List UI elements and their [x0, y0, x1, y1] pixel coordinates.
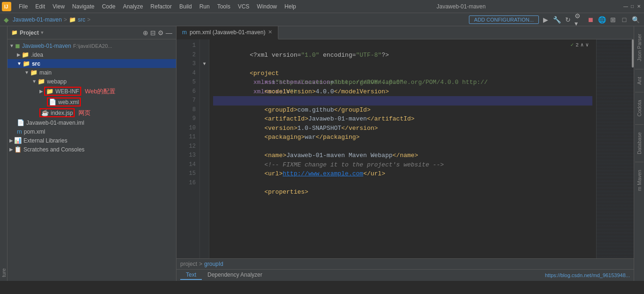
- tree-item-root[interactable]: ▼ ◼ Javaweb-01-maven F:\java\IDEA20...: [8, 41, 176, 50]
- menu-vcs[interactable]: VCS: [234, 2, 253, 11]
- ln-13: 13: [178, 151, 196, 160]
- tree-label-webapp: webapp: [47, 78, 67, 85]
- webinf-annotation-box: 📁 WEB-INF: [44, 87, 81, 96]
- code-content[interactable]: ✓ 2 ∧ ∨ <?xml version="1.0" encoding="UT…: [209, 39, 596, 258]
- tree-item-scratches[interactable]: ▶ 📋 Scratches and Consoles: [8, 145, 176, 154]
- fold-1: [200, 41, 209, 51]
- bottom-breadcrumb-groupid: groupId: [204, 261, 223, 267]
- menu-refactor[interactable]: Refactor: [147, 2, 176, 11]
- toolbar-bar: ◆ Javaweb-01-maven > 📁 src > ADD CONFIGU…: [0, 13, 644, 26]
- module-icon: ◼: [15, 42, 20, 49]
- ln-11: 11: [178, 133, 196, 142]
- add-configuration-button[interactable]: ADD CONFIGURATION...: [469, 15, 539, 24]
- right-label-maven[interactable]: m Maven: [636, 166, 643, 195]
- menu-navigate[interactable]: Navigate: [69, 2, 98, 11]
- xml-tag-5: <modelVersion>: [264, 88, 315, 95]
- fold-indicator[interactable]: ✓ 2 ∧ ∨: [571, 41, 589, 49]
- code-line-16[interactable]: <properties>: [213, 179, 592, 188]
- fold-up-icon[interactable]: ∧: [581, 41, 584, 49]
- tab-pom[interactable]: m pom.xml (Javaweb-01-maven) ✕: [176, 26, 278, 39]
- code-line-1[interactable]: <?xml version="1.0" encoding="UTF-8"?>: [213, 41, 592, 51]
- search-icon[interactable]: 🔍: [631, 15, 640, 24]
- window-icon[interactable]: □: [620, 15, 629, 24]
- webinf-row: ▶ 📁 WEB-INF Web的配置: [8, 86, 176, 97]
- right-label-json[interactable]: Json Parser: [636, 30, 643, 65]
- menu-window[interactable]: Window: [253, 2, 281, 11]
- tree-label-pom: pom.xml: [24, 128, 45, 135]
- ln-5: 5: [178, 78, 196, 87]
- layout-icon[interactable]: ⊞: [608, 15, 618, 24]
- bottom-tab-text[interactable]: Text: [180, 271, 202, 280]
- menu-tools[interactable]: Tools: [214, 2, 234, 11]
- webinf-annotation-text: Web的配置: [85, 87, 116, 96]
- webxml-annotation-box: 📄 web.xml: [47, 98, 81, 106]
- right-divider-2: [635, 92, 644, 92]
- ln-12: 12: [178, 142, 196, 151]
- build-icon[interactable]: 🔧: [552, 15, 561, 24]
- fold-spacer: [200, 69, 209, 78]
- sidebar-dropdown-icon[interactable]: ▾: [41, 30, 44, 36]
- collapse-icon[interactable]: ⊟: [150, 29, 156, 37]
- reload-icon[interactable]: ↻: [563, 15, 573, 24]
- tree-item-idea[interactable]: ▶ 📁 .idea: [8, 50, 176, 59]
- tree-label-webxml: web.xml: [58, 99, 79, 106]
- code-line-3[interactable]: <project xmlns="http://maven.apache.org/…: [213, 60, 592, 69]
- menu-build[interactable]: Build: [176, 2, 196, 11]
- settings-sidebar-icon[interactable]: ⚙: [158, 29, 164, 37]
- app-icon: IJ: [2, 2, 11, 11]
- tab-close-icon[interactable]: ✕: [268, 29, 272, 35]
- menu-file[interactable]: File: [15, 2, 31, 11]
- menu-view[interactable]: View: [49, 2, 69, 11]
- tree-item-webxml[interactable]: 📄 web.xml: [8, 97, 83, 107]
- fold-3[interactable]: ▼: [200, 60, 209, 69]
- ln-16: 16: [178, 179, 196, 188]
- tree-item-webapp[interactable]: ▼ 📁 webapp: [8, 77, 176, 86]
- run-icon[interactable]: ▶: [541, 15, 550, 24]
- indexjsp-row: ☕ index.jsp 网页: [8, 107, 176, 118]
- src-icon: 📁: [23, 60, 30, 67]
- tree-item-main[interactable]: ▼ 📁 main: [8, 68, 176, 77]
- breadcrumb-src[interactable]: src: [78, 16, 85, 23]
- xml-tag-10: <packaging>: [264, 134, 305, 141]
- maximize-button[interactable]: □: [629, 3, 636, 10]
- tree-item-indexjsp[interactable]: ☕ index.jsp: [8, 107, 77, 118]
- code-line-12[interactable]: <name>Javaweb-01-maven Maven Webapp</nam…: [213, 142, 592, 151]
- hide-icon[interactable]: —: [166, 29, 172, 37]
- src-folder-icon: 📁: [69, 16, 76, 23]
- add-icon[interactable]: ⊕: [143, 29, 148, 37]
- code-line-7[interactable]: <groupId>com.github</groupId>: [213, 96, 592, 106]
- bottom-tab-dependency[interactable]: Dependency Analyzer: [202, 271, 268, 280]
- iml-icon: 📄: [17, 119, 24, 126]
- ln-7: 7: [178, 96, 196, 106]
- right-label-ant[interactable]: Ant: [636, 73, 643, 89]
- right-label-codota[interactable]: Codota: [636, 96, 643, 120]
- right-panel: Json Parser Ant Codota Database m Maven: [634, 26, 644, 281]
- xml-url-14: http://www.example.com: [283, 170, 363, 177]
- tree-item-extlibs[interactable]: ▶ 📊 External Libraries: [8, 136, 176, 145]
- close-button[interactable]: ✕: [636, 3, 642, 10]
- ln-2: 2: [178, 51, 196, 60]
- right-label-database[interactable]: Database: [636, 128, 643, 158]
- minimap-scrollbar[interactable]: [632, 39, 634, 68]
- bottom-breadcrumb-project: project: [180, 261, 197, 267]
- menu-help[interactable]: Help: [281, 2, 300, 11]
- tree-item-webinf[interactable]: ▶ 📁 WEB-INF: [8, 86, 83, 97]
- browser-icon[interactable]: 🌐: [597, 15, 606, 24]
- toolbar-right: ADD CONFIGURATION... ▶ 🔧 ↻ ⚙ ▾ ⏹ 🌐 ⊞ □ 🔍: [469, 15, 640, 24]
- menu-analyze[interactable]: Analyze: [119, 2, 147, 11]
- stop-icon[interactable]: ⏹: [586, 15, 595, 24]
- menu-code[interactable]: Code: [98, 2, 119, 11]
- minimize-button[interactable]: —: [622, 3, 629, 10]
- ln-10: 10: [178, 124, 196, 133]
- menu-run[interactable]: Run: [196, 2, 214, 11]
- tree-item-iml[interactable]: 📄 Javaweb-01-maven.iml: [8, 118, 176, 127]
- settings-icon[interactable]: ⚙ ▾: [575, 15, 584, 24]
- tree-item-src[interactable]: ▼ 📁 src: [8, 59, 176, 68]
- xml-tag-12: <name>: [264, 152, 286, 159]
- tree-item-pom[interactable]: m pom.xml: [8, 127, 176, 136]
- breadcrumb-project[interactable]: Javaweb-01-maven: [13, 16, 62, 23]
- menu-edit[interactable]: Edit: [31, 2, 49, 11]
- right-divider-1: [635, 69, 644, 69]
- chevron-webinf: ▶: [39, 89, 43, 94]
- fold-down-icon[interactable]: ∨: [585, 41, 589, 49]
